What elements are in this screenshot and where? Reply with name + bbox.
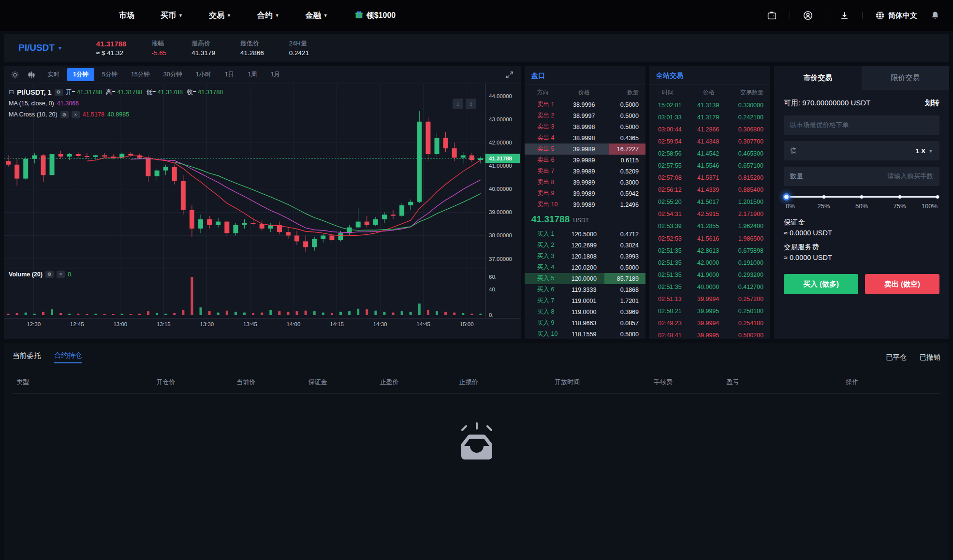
scroll-to-recent-icon[interactable]: ↓ bbox=[453, 99, 463, 109]
order-book-row-sell-9[interactable]: 卖出 939.99890.5942 bbox=[525, 188, 645, 199]
slider-dot-100[interactable] bbox=[936, 195, 939, 199]
close-icon[interactable]: × bbox=[57, 271, 65, 278]
collapse-icon[interactable]: ⊟ bbox=[9, 87, 14, 97]
percent-slider[interactable] bbox=[786, 193, 938, 201]
order-book-row-buy-3[interactable]: 买入 3120.18080.3993 bbox=[525, 251, 645, 262]
tab-market-order[interactable]: 市价交易 bbox=[774, 66, 862, 90]
transfer-link[interactable]: 划转 bbox=[925, 99, 939, 108]
order-book-row-buy-5[interactable]: 买入 5120.000085.7189 bbox=[525, 273, 645, 284]
slider-dot-50[interactable] bbox=[860, 195, 864, 199]
cancelled-orders-link[interactable]: 已撤销 bbox=[920, 353, 941, 362]
tab-limit-order[interactable]: 限价交易 bbox=[862, 66, 949, 90]
gear-icon[interactable]: ⚙ bbox=[45, 271, 54, 278]
timeframe-实时[interactable]: 实时 bbox=[42, 68, 65, 81]
nav-item-1[interactable]: 买币▼ bbox=[161, 11, 183, 21]
chart-type-icon[interactable] bbox=[25, 69, 38, 81]
time-axis[interactable]: 12:3012:4513:0013:1513:3013:4514:0014:15… bbox=[4, 318, 521, 327]
qty-cell: 0.4365 bbox=[604, 135, 639, 142]
chevron-down-icon: ▼ bbox=[323, 13, 328, 18]
slider-mark-0%[interactable]: 0% bbox=[786, 202, 795, 210]
bell-icon[interactable] bbox=[930, 10, 940, 21]
order-book-row-sell-1[interactable]: 卖出 138.99960.5000 bbox=[525, 99, 645, 110]
nav-item-3[interactable]: 合约▼ bbox=[257, 11, 279, 21]
price-axis[interactable]: 37.0000038.0000039.0000040.0000041.00000… bbox=[485, 84, 512, 318]
nav-item-2[interactable]: 交易▼ bbox=[209, 11, 231, 21]
slider-mark-75%[interactable]: 75% bbox=[893, 202, 906, 210]
order-book-row-buy-7[interactable]: 买入 7119.00011.7201 bbox=[525, 295, 645, 306]
svg-text:40.00000: 40.00000 bbox=[489, 186, 512, 192]
legend-ohlc-item: 开= 41.31788 bbox=[66, 88, 102, 97]
nav-item-0[interactable]: 市场 bbox=[119, 11, 134, 21]
trade-price: 39.9995 bbox=[691, 332, 725, 339]
trade-row: 02:53:3941.28551.962400 bbox=[649, 220, 770, 232]
chart-area[interactable]: 41.3178837.0000038.0000039.0000040.00000… bbox=[4, 84, 521, 339]
trades-columns: 时间价格交易数量 bbox=[649, 85, 770, 99]
download-icon[interactable] bbox=[839, 10, 850, 21]
market-price-placeholder: 以市场最优价格下单 bbox=[790, 121, 849, 129]
language-selector[interactable]: 简体中文 bbox=[875, 11, 917, 20]
timeframe-1周[interactable]: 1周 bbox=[242, 68, 263, 81]
ma-label: MA (15, close, 0) bbox=[9, 99, 54, 108]
tab-current-orders[interactable]: 当前委托 bbox=[13, 351, 41, 363]
timeframe-1日[interactable]: 1日 bbox=[219, 68, 240, 81]
order-book-row-sell-3[interactable]: 卖出 338.99980.5000 bbox=[525, 121, 645, 132]
order-book-row-sell-7[interactable]: 卖出 739.99890.5209 bbox=[525, 166, 645, 177]
timeframe-1分钟[interactable]: 1分钟 bbox=[67, 68, 94, 81]
slider-mark-100%[interactable]: 100% bbox=[922, 202, 938, 210]
chart-settings-gear-icon[interactable] bbox=[9, 69, 21, 81]
order-book-row-sell-5[interactable]: 卖出 539.998916.7227 bbox=[525, 144, 645, 155]
order-book-row-sell-8[interactable]: 卖出 839.99890.3000 bbox=[525, 177, 645, 188]
order-book-row-buy-8[interactable]: 买入 8119.00000.3969 bbox=[525, 306, 645, 317]
price-chart[interactable]: 41.3178837.0000038.0000039.0000040.00000… bbox=[4, 84, 521, 339]
slider-handle[interactable] bbox=[783, 193, 790, 201]
order-book-row-buy-9[interactable]: 买入 9118.96630.0857 bbox=[525, 317, 645, 329]
leverage-select[interactable]: 倍 1 X ▼ bbox=[784, 141, 939, 160]
auto-scale-icon[interactable]: ↕ bbox=[466, 99, 476, 109]
order-book-row-buy-1[interactable]: 买入 1120.50000.4712 bbox=[525, 229, 645, 240]
trade-qty: 0.250100 bbox=[725, 308, 763, 315]
svg-text:14:15: 14:15 bbox=[330, 321, 344, 327]
slider-dot-75[interactable] bbox=[898, 195, 901, 199]
market-price-input[interactable]: 以市场最优价格下单 bbox=[784, 115, 939, 135]
buy-long-button[interactable]: 买入 (做多) bbox=[784, 274, 858, 294]
close-icon[interactable]: × bbox=[72, 111, 80, 118]
nav-item-4[interactable]: 金融▼ bbox=[306, 11, 328, 21]
trade-row: 02:57:0841.53710.815200 bbox=[649, 172, 770, 184]
tab-contract-positions[interactable]: 合约持仓 bbox=[54, 351, 82, 363]
order-book-row-buy-6[interactable]: 买入 6119.33330.1868 bbox=[525, 284, 645, 295]
amount-input[interactable]: 数量 请输入购买手数 bbox=[784, 167, 939, 186]
order-book-row-sell-2[interactable]: 卖出 238.99970.5000 bbox=[525, 110, 645, 121]
timeframe-1小时[interactable]: 1小时 bbox=[190, 68, 217, 81]
trade-qty: 0.465300 bbox=[725, 150, 763, 157]
trade-form-panel: 市价交易 限价交易 可用: 970.00000000 USDT 划转 以市场最优… bbox=[774, 66, 949, 339]
slider-dot-25[interactable] bbox=[822, 195, 825, 199]
order-book-row-buy-4[interactable]: 买入 4120.02000.5000 bbox=[525, 262, 645, 273]
trade-row: 02:54:3142.59152.171900 bbox=[649, 208, 770, 220]
sell-short-button[interactable]: 卖出 (做空) bbox=[865, 274, 939, 294]
low-value: 41.2866 bbox=[240, 49, 264, 57]
slider-mark-25%[interactable]: 25% bbox=[817, 202, 830, 210]
order-book-row-buy-10[interactable]: 买入 10118.15590.5000 bbox=[525, 329, 645, 340]
gift-banner[interactable]: 领$1000 bbox=[355, 11, 396, 21]
slider-mark-50%[interactable]: 50% bbox=[855, 202, 868, 210]
fullscreen-icon[interactable] bbox=[503, 69, 516, 81]
gear-icon[interactable]: ⚙ bbox=[55, 89, 63, 96]
pair-selector[interactable]: PI/USDT ▼ bbox=[18, 43, 62, 53]
order-book-buys: 买入 1120.50000.4712买入 2120.26990.3024买入 3… bbox=[525, 229, 645, 340]
svg-text:42.00000: 42.00000 bbox=[489, 140, 512, 145]
order-book-row-sell-4[interactable]: 卖出 438.99980.4365 bbox=[525, 132, 645, 144]
order-book-row-buy-2[interactable]: 买入 2120.26990.3024 bbox=[525, 240, 645, 251]
side-label: 卖出 4 bbox=[531, 134, 564, 142]
timeframe-30分钟[interactable]: 30分钟 bbox=[158, 68, 188, 81]
closed-positions-link[interactable]: 已平仓 bbox=[886, 353, 907, 362]
timeframe-15分钟[interactable]: 15分钟 bbox=[125, 68, 156, 81]
trade-price: 40.0000 bbox=[691, 284, 725, 290]
gear-icon[interactable]: ⚙ bbox=[60, 111, 69, 118]
trade-price: 42.0000 bbox=[691, 259, 725, 266]
timeframe-1月[interactable]: 1月 bbox=[265, 68, 286, 81]
order-book-row-sell-6[interactable]: 卖出 639.99890.6115 bbox=[525, 155, 645, 166]
timeframe-5分钟[interactable]: 5分钟 bbox=[96, 68, 123, 81]
order-book-row-sell-10[interactable]: 卖出 1039.99891.2496 bbox=[525, 199, 645, 210]
wallet-icon[interactable] bbox=[766, 10, 777, 21]
user-icon[interactable] bbox=[803, 10, 813, 21]
